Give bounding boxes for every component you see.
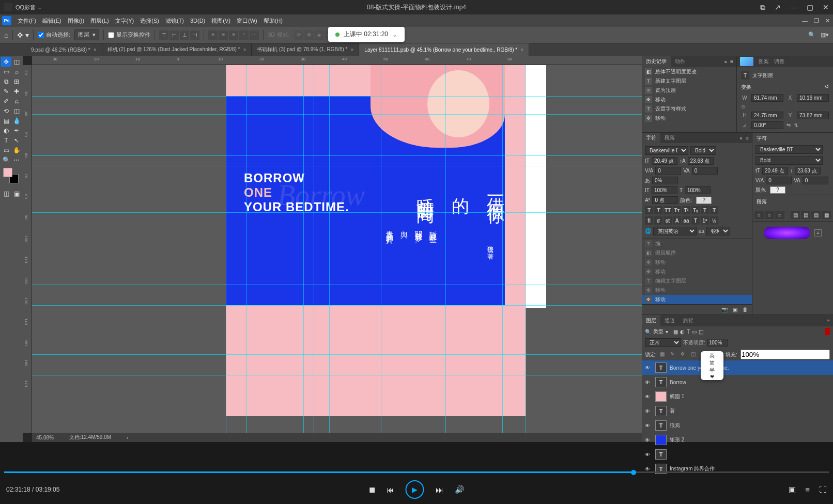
add-gradient-icon[interactable]: + — [814, 229, 822, 237]
lock-nest-icon[interactable]: ◫ — [691, 351, 698, 358]
app-dropdown-icon[interactable]: ⌄ — [37, 4, 42, 11]
snapshot-icon[interactable]: 📷 — [721, 307, 728, 312]
guide-vertical[interactable] — [314, 65, 314, 433]
menu-window[interactable]: 窗口(W) — [234, 17, 260, 25]
menu-file[interactable]: 文件(F) — [14, 17, 39, 25]
tab-layers[interactable]: 图层 — [642, 315, 660, 326]
tab-doc-2[interactable]: 书籍样机 (3).psd @ 78.9% (1, RGB/8) *× — [252, 43, 359, 56]
visibility-icon[interactable]: 👁 — [645, 380, 652, 385]
superscript-button[interactable]: T¹ — [682, 206, 690, 214]
screenmode-icon[interactable]: ▣ — [11, 188, 22, 198]
zoom-level[interactable]: 45.08% — [36, 435, 54, 440]
collapse-icon[interactable]: « — [740, 135, 743, 141]
guide-vertical[interactable] — [381, 65, 381, 433]
lock-pixel-icon[interactable]: ✎ — [670, 351, 677, 358]
leading-input[interactable] — [688, 157, 714, 165]
prev-button[interactable]: ⏮ — [387, 485, 394, 494]
lock-pos-icon[interactable]: ✥ — [681, 351, 688, 358]
visibility-icon[interactable]: 👁 — [645, 408, 652, 414]
gradient-tool[interactable]: ▤ — [1, 116, 11, 125]
marquee-tool[interactable]: ▭ — [1, 67, 11, 76]
blend-mode-select[interactable]: 正常 — [645, 338, 681, 347]
panel-menu-icon[interactable]: ≡ — [746, 135, 749, 141]
search-icon[interactable]: 🔍 — [808, 32, 815, 38]
opentype-sigma[interactable]: σ — [654, 216, 662, 225]
path-tool[interactable]: ↖ — [11, 135, 22, 145]
volume-button[interactable]: 🔊 — [455, 485, 465, 494]
close-icon[interactable]: × — [243, 47, 246, 53]
font-weight-select[interactable]: Bold — [690, 146, 716, 155]
visibility-icon[interactable]: 👁 — [645, 365, 652, 371]
opacity-input[interactable] — [707, 339, 728, 346]
pop-icon[interactable]: ↗ — [775, 3, 781, 11]
leading-mini[interactable] — [795, 167, 821, 175]
tab-patterns[interactable]: 图案 — [759, 58, 769, 65]
guide-vertical[interactable] — [445, 65, 446, 433]
shape-tool[interactable]: ▭ — [1, 145, 11, 155]
seekbar[interactable] — [4, 471, 829, 473]
filter-adj-icon[interactable]: ◐ — [680, 329, 685, 335]
history-panel[interactable]: ◧总体不透明度更改 T新建文字图层 ≡置为顶层 ✥移动 T设置字符样式 ✥移动 — [642, 67, 736, 123]
opentype-1st[interactable]: 1ˢ — [701, 216, 709, 225]
justify-left-button[interactable]: ▤ — [791, 211, 800, 219]
panel-menu-icon[interactable]: ≡ — [827, 318, 830, 324]
quickmask-icon[interactable]: ◫ — [1, 188, 11, 198]
tsume-input[interactable] — [652, 177, 678, 184]
guide-horizontal[interactable] — [32, 354, 642, 355]
opentype-half[interactable]: ½ — [710, 216, 718, 225]
history-brush-tool[interactable]: ⟲ — [1, 106, 11, 116]
home-icon[interactable]: ⌂ — [4, 31, 8, 39]
filter-pixel-icon[interactable]: ▦ — [673, 329, 678, 335]
bold-button[interactable]: T — [645, 206, 653, 214]
status-arrow-icon[interactable]: › — [127, 435, 128, 440]
more-icon[interactable]: ⋯ — [250, 30, 259, 40]
guide-horizontal[interactable] — [32, 375, 642, 375]
guide-horizontal[interactable] — [32, 285, 642, 285]
allcaps-button[interactable]: TT — [664, 206, 672, 214]
guide-horizontal[interactable] — [32, 166, 642, 166]
guide-horizontal[interactable] — [32, 96, 642, 97]
close-icon[interactable]: × — [94, 47, 97, 53]
underline-button[interactable]: T — [701, 206, 709, 214]
guide-horizontal[interactable] — [32, 114, 642, 115]
dist-left-icon[interactable]: ⋮ — [239, 30, 249, 40]
playlist-button[interactable]: ≡ — [805, 485, 810, 494]
visibility-icon[interactable]: 👁 — [645, 394, 652, 400]
flip-h-icon[interactable]: ⇋ — [786, 122, 791, 128]
pen-tool[interactable]: ✒ — [11, 125, 22, 135]
history-panel-tail[interactable]: T编 ◧图层顺序 ✥移动 ✥移动 T编辑文字图层 ✥移动 ✥移动 — [642, 239, 752, 304]
guide-horizontal[interactable] — [32, 212, 642, 213]
color-swatches[interactable] — [3, 168, 19, 183]
workspace-icon[interactable]: ▥▾ — [821, 32, 829, 38]
vscale-input[interactable] — [652, 186, 677, 194]
kerning-mini[interactable] — [766, 177, 792, 184]
next-button[interactable]: ⏭ — [436, 485, 443, 494]
justify-center-button[interactable]: ▤ — [801, 211, 810, 219]
guide-vertical[interactable] — [226, 65, 226, 433]
doc-restore-icon[interactable]: ❐ — [814, 18, 819, 24]
filter-shape-icon[interactable]: ▭ — [692, 329, 697, 335]
tracking-input[interactable] — [692, 167, 718, 175]
tab-adjust[interactable]: 调整 — [774, 58, 784, 65]
opentype-fi[interactable]: fi — [645, 216, 653, 225]
canvas[interactable]: 30 20 10 0 10 20 30 40 50 60 70 80 20 30… — [23, 56, 642, 442]
align-bottom-icon[interactable]: ⊥ — [180, 30, 189, 40]
close-icon[interactable]: × — [520, 47, 523, 53]
lang-select[interactable]: 英国英语 — [653, 227, 697, 235]
visibility-icon[interactable]: 👁 — [645, 452, 652, 458]
tab-doc-0[interactable]: 9.psd @ 46.2% (RGB/8) *× — [26, 43, 102, 56]
doc-close-icon[interactable]: ✕ — [825, 18, 830, 24]
auto-select-target-dropdown[interactable]: 图层 ▾ — [74, 29, 99, 40]
justify-right-button[interactable]: ▤ — [811, 211, 821, 219]
strike-button[interactable]: T — [710, 206, 718, 214]
stamp-tool[interactable]: ⎌ — [11, 96, 22, 106]
search-icon[interactable]: 🔍 — [645, 329, 651, 335]
stop-button[interactable]: ◼ — [369, 485, 375, 494]
move-tool[interactable]: ✥ — [1, 57, 11, 67]
new-state-icon[interactable]: ▣ — [733, 307, 737, 312]
foreground-color[interactable] — [3, 168, 12, 177]
filter-toggle[interactable] — [825, 328, 830, 335]
type-tool[interactable]: T — [1, 135, 11, 145]
y-input[interactable] — [797, 112, 829, 119]
reset-icon[interactable]: ↺ — [825, 84, 829, 91]
